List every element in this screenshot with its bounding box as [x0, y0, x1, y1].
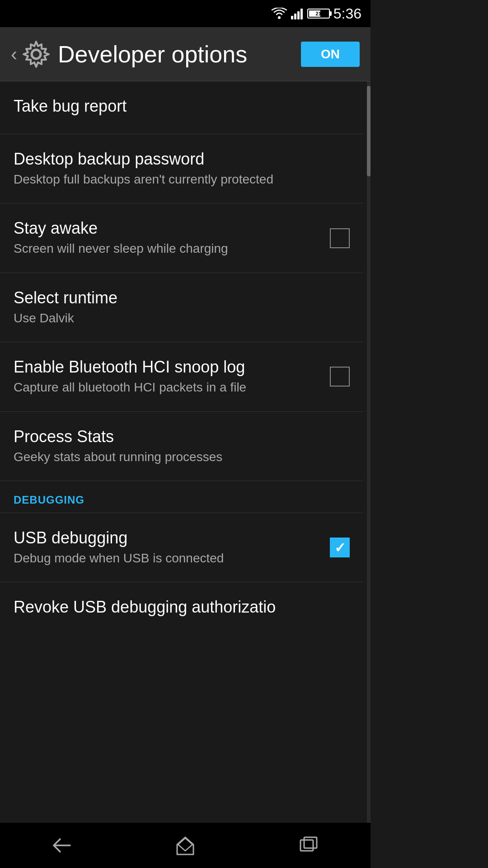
page-title: Developer options: [58, 41, 301, 68]
setting-subtitle-select-runtime: Use Dalvik: [14, 310, 341, 326]
developer-toggle[interactable]: ON: [301, 42, 360, 67]
home-nav-icon: [175, 835, 195, 855]
setting-subtitle-usb-debugging: Debug mode when USB is connected: [14, 550, 321, 566]
setting-title-revoke-usb: Revoke USB debugging authorizatio: [14, 598, 341, 617]
status-time: 5:36: [333, 5, 361, 22]
setting-text-desktop-backup: Desktop backup password Desktop full bac…: [14, 150, 350, 188]
svg-rect-10: [300, 840, 313, 851]
setting-subtitle-desktop-backup: Desktop full backups aren't currently pr…: [14, 171, 341, 188]
setting-subtitle-process-stats: Geeky stats about running processes: [14, 449, 341, 465]
section-header-debugging: DEBUGGING: [0, 481, 363, 513]
bottom-nav: [0, 823, 371, 868]
checkbox-bluetooth-hci[interactable]: [330, 367, 350, 387]
setting-item-process-stats[interactable]: Process Stats Geeky stats about running …: [0, 412, 363, 481]
setting-title-take-bug-report: Take bug report: [14, 97, 341, 116]
setting-subtitle-bluetooth-hci: Capture all bluetooth HCI packets in a f…: [14, 379, 321, 396]
setting-text-take-bug-report: Take bug report: [14, 97, 350, 118]
header: ‹ Developer options ON: [0, 27, 371, 81]
svg-rect-11: [304, 837, 317, 848]
svg-point-0: [278, 16, 281, 19]
checkbox-usb-debugging[interactable]: ✓: [330, 538, 350, 557]
back-arrow[interactable]: ‹: [11, 43, 17, 65]
checkmark-usb-debugging: ✓: [334, 540, 346, 556]
battery-container: 21: [307, 9, 330, 19]
setting-item-revoke-usb[interactable]: Revoke USB debugging authorizatio: [0, 582, 363, 635]
scrollbar[interactable]: [367, 81, 371, 868]
content-area: Take bug report Desktop backup password …: [0, 81, 371, 635]
svg-rect-1: [291, 16, 293, 19]
setting-item-stay-awake[interactable]: Stay awake Screen will never sleep while…: [0, 203, 363, 273]
setting-text-usb-debugging: USB debugging Debug mode when USB is con…: [14, 528, 330, 566]
checkbox-stay-awake[interactable]: [330, 228, 350, 248]
setting-title-desktop-backup: Desktop backup password: [14, 150, 341, 169]
status-icons: 21 5:36: [271, 5, 361, 22]
svg-rect-3: [297, 11, 300, 19]
battery-tip: [330, 11, 332, 16]
setting-item-take-bug-report[interactable]: Take bug report: [0, 81, 363, 134]
setting-title-bluetooth-hci: Enable Bluetooth HCI snoop log: [14, 358, 321, 377]
status-bar: 21 5:36: [0, 0, 371, 27]
svg-marker-9: [178, 838, 192, 851]
setting-item-usb-debugging[interactable]: USB debugging Debug mode when USB is con…: [0, 513, 363, 582]
gear-icon: [22, 40, 51, 69]
setting-text-revoke-usb: Revoke USB debugging authorizatio: [14, 598, 350, 619]
wifi-icon: [271, 8, 287, 19]
setting-item-desktop-backup[interactable]: Desktop backup password Desktop full bac…: [0, 134, 363, 203]
setting-title-select-runtime: Select runtime: [14, 288, 341, 307]
setting-subtitle-stay-awake: Screen will never sleep while charging: [14, 241, 321, 257]
toggle-label: ON: [321, 47, 340, 61]
setting-text-bluetooth-hci: Enable Bluetooth HCI snoop log Capture a…: [14, 358, 330, 396]
back-nav-icon: [50, 836, 74, 854]
nav-home-button[interactable]: [163, 832, 208, 859]
setting-text-select-runtime: Select runtime Use Dalvik: [14, 288, 350, 326]
setting-title-usb-debugging: USB debugging: [14, 528, 321, 547]
nav-recent-button[interactable]: [286, 832, 331, 859]
section-label-debugging: DEBUGGING: [14, 494, 84, 506]
svg-point-6: [32, 50, 40, 58]
setting-title-stay-awake: Stay awake: [14, 219, 321, 238]
svg-rect-2: [294, 14, 296, 19]
signal-icon: [291, 8, 304, 19]
setting-item-select-runtime[interactable]: Select runtime Use Dalvik: [0, 273, 363, 342]
svg-rect-4: [300, 9, 303, 19]
battery-number: 21: [316, 11, 321, 16]
setting-text-stay-awake: Stay awake Screen will never sleep while…: [14, 219, 330, 257]
setting-item-bluetooth-hci[interactable]: Enable Bluetooth HCI snoop log Capture a…: [0, 342, 363, 411]
scrollbar-thumb[interactable]: [367, 86, 371, 176]
setting-text-process-stats: Process Stats Geeky stats about running …: [14, 427, 350, 465]
setting-title-process-stats: Process Stats: [14, 427, 341, 446]
recent-nav-icon: [299, 836, 319, 854]
nav-back-button[interactable]: [39, 832, 84, 859]
